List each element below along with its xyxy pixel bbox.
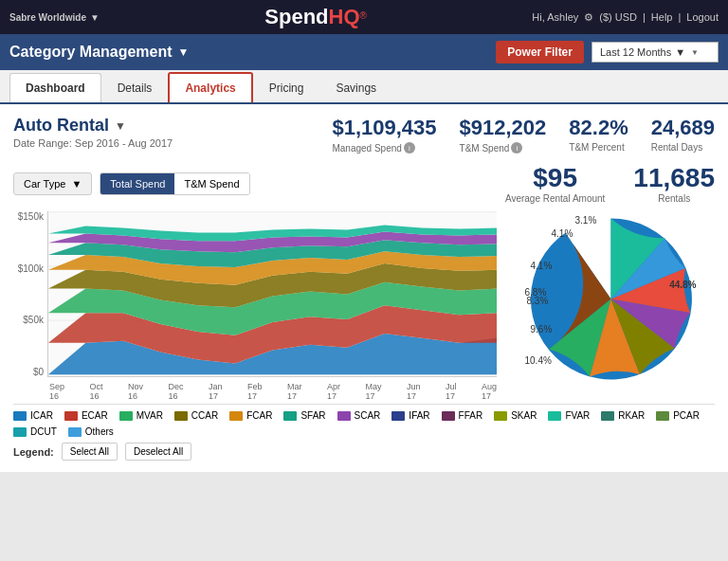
legend-label-mvar: MVAR [136,410,163,421]
legend-item-sfar: SFAR [283,410,325,421]
legend-item-ffar: FFAR [442,410,483,421]
legend-color-fcar [229,411,243,421]
logo-spend: Spend [264,5,328,28]
category-chevron[interactable]: ▼ [178,45,190,59]
top-bar: Sabre Worldwide ▼ SpendHQ® Hi, Ashley ⚙ … [0,0,728,34]
category-management-label: Category Management [9,44,173,61]
legend-color-ifar [391,411,405,421]
sub-header: Category Management ▼ Power Filter Last … [0,34,728,70]
sabre-chevron[interactable]: ▼ [90,12,100,23]
date-range-selector[interactable]: Last 12 Months ▼ [592,42,719,63]
rental-days-label: Rental Days [651,142,715,153]
tm-spend-info-icon[interactable]: i [511,142,522,154]
nav-tabs: Dashboard Details Analytics Pricing Savi… [0,70,728,104]
top-right-nav: Hi, Ashley ⚙ ($) USD | Help | Logout [532,11,719,24]
legend-label-ffar: FFAR [459,410,483,421]
legend-label-pcar: PCAR [673,410,700,421]
tm-spend-value: $912,202 [460,116,547,140]
pie-label-9: 9.6% [531,324,553,335]
rentals-metric: 11,685 Rentals [633,163,715,204]
legend-color-others [68,427,82,437]
managed-spend-info-icon[interactable]: i [404,142,415,154]
x-oct: Oct16 [90,382,103,401]
y-label-100k: $100k [13,263,44,274]
legend-item-pcar: PCAR [656,410,700,421]
logo-reg: ® [360,10,367,21]
pie-label-31: 3.1% [575,215,597,226]
currency-selector[interactable]: ($) USD [599,11,637,23]
tab-details[interactable]: Details [101,73,169,102]
x-jan: Jan17 [209,382,223,401]
total-spend-toggle[interactable]: Total Spend [100,173,174,194]
x-sep: Sep16 [49,382,64,401]
managed-spend-value: $1,109,435 [332,116,436,140]
legend-color-icar [13,411,27,421]
x-axis: Sep16 Oct16 Nov16 Dec16 Jan17 Feb17 Mar1… [13,382,497,401]
tm-spend-label: T&M Spend i [460,142,547,154]
legend-label-ccar: CCAR [191,410,218,421]
legend-label-ifar: IFAR [409,410,429,421]
pie-label-44: 44.8% [669,280,696,290]
tm-percent-label: T&M Percent [569,142,628,153]
category-dropdown-icon[interactable]: ▼ [115,119,126,133]
category-title: Category Management ▼ [9,44,189,61]
managed-spend-metric: $1,109,435 Managed Spend i [332,116,436,154]
sabre-name: Sabre Worldwide [9,12,86,23]
legend-color-ccar [174,411,188,421]
legend-color-pcar [656,411,669,421]
auto-rental-label: Auto Rental [13,116,109,136]
x-dec: Dec16 [169,382,184,401]
legend-color-mvar [119,411,133,421]
x-aug: Aug17 [482,382,497,401]
pie-label-41a: 4.1% [531,261,553,271]
avg-rental-label: Average Rental Amount [505,193,605,204]
legend-item-ecar: ECAR [64,410,108,421]
legend-label-fcar: FCAR [246,410,272,421]
tab-dashboard[interactable]: Dashboard [9,73,101,102]
legend-item-ccar: CCAR [174,410,218,421]
legend-items: ICAR ECAR MVAR CCAR FCAR SFAR [13,410,715,437]
legend-item-dcut: DCUT [13,426,57,437]
legend-item-rkar: RKAR [601,410,645,421]
spendhq-logo: SpendHQ® [100,5,532,29]
logout-link[interactable]: Logout [686,11,719,23]
tm-percent-value: 82.2% [569,116,628,140]
power-filter-button[interactable]: Power Filter [496,41,584,63]
gear-icon[interactable]: ⚙ [584,11,593,24]
big-metrics-section: $95 Average Rental Amount 11,685 Rentals [505,163,715,204]
deselect-all-button[interactable]: Deselect All [125,443,191,461]
car-type-dropdown[interactable]: Car Type ▼ [13,172,92,195]
avg-rental-value: $95 [505,163,605,193]
tab-pricing[interactable]: Pricing [253,73,320,102]
metrics-section: Auto Rental ▼ Date Range: Sep 2016 - Aug… [13,116,715,154]
legend-label-scar: SCAR [355,410,381,421]
y-label-150k: $150k [13,211,44,222]
legend-text: Legend: [13,446,54,458]
help-link[interactable]: Help [651,11,673,23]
select-all-button[interactable]: Select All [62,443,118,461]
tab-savings[interactable]: Savings [319,73,392,102]
legend-label-fvar: FVAR [565,410,590,421]
tm-spend-toggle[interactable]: T&M Spend [174,173,248,194]
y-label-50k: $50k [13,315,44,325]
x-jun: Jun17 [407,382,421,401]
x-apr: Apr17 [327,382,340,401]
legend-color-ffar [442,411,455,421]
pie-label-6: 6.8% [525,287,547,298]
sabre-logo[interactable]: Sabre Worldwide ▼ [9,12,100,23]
last-months-label: Last 12 Months [600,46,671,58]
separator: | [643,11,646,23]
logo-hq: HQ [329,5,360,28]
x-feb: Feb17 [247,382,263,401]
charts-area: $150k $100k $50k $0 Sep16 Oct16 Nov16 De… [13,211,715,396]
spend-toggle-group: Total Spend T&M Spend [100,172,249,195]
legend-controls: Legend: Select All Deselect All [13,443,715,461]
legend-label-ecar: ECAR [82,410,108,421]
legend-label-rkar: RKAR [618,410,645,421]
legend-item-mvar: MVAR [119,410,163,421]
dropdown-arrow-icon: ▼ [71,178,82,190]
tab-analytics[interactable]: Analytics [168,72,252,102]
legend-label-skar: SKAR [511,410,537,421]
legend-color-sfar [283,411,297,421]
legend-color-fvar [548,411,561,421]
